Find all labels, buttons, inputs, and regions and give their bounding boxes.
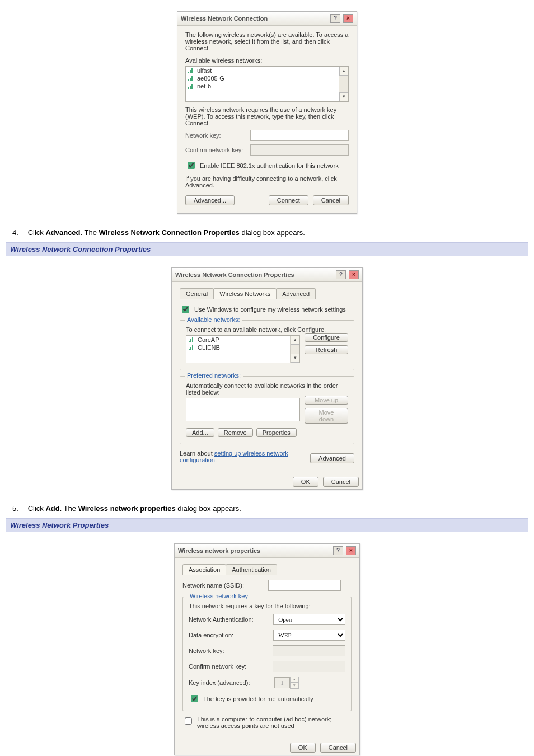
svg-rect-1 (190, 70, 191, 73)
svg-rect-4 (190, 78, 191, 81)
step-4: 4. Click Advanced. The Wireless Network … (6, 228, 528, 237)
help-icon[interactable]: ? (336, 270, 346, 279)
network-key-input[interactable] (250, 130, 349, 141)
key-auto-checkbox[interactable]: The key is provided for me automatically (189, 693, 345, 704)
scroll-down-icon[interactable]: ▾ (291, 354, 299, 363)
svg-rect-7 (190, 86, 191, 89)
svg-rect-0 (188, 72, 189, 73)
move-down-button[interactable]: Move down (305, 408, 348, 424)
available-networks-list[interactable]: CoreAP CLIENB ▴ ▾ (186, 335, 300, 363)
tab-wireless-networks[interactable]: Wireless Networks (213, 288, 277, 299)
tab-advanced[interactable]: Advanced (276, 288, 316, 299)
key-required-note: This network requires a key for the foll… (189, 603, 345, 609)
use-windows-checkbox[interactable]: Use Windows to configure my wireless net… (180, 304, 354, 314)
connect-button[interactable]: Connect (269, 195, 308, 205)
network-item[interactable]: CoreAP (186, 336, 299, 344)
svg-rect-5 (191, 76, 193, 81)
svg-rect-8 (191, 84, 193, 89)
help-icon[interactable]: ? (330, 14, 340, 23)
spinner-up-icon: ▴ (290, 677, 299, 683)
section-banner-wnp: Wireless Network Properties (6, 518, 528, 532)
svg-rect-11 (192, 337, 193, 342)
spinner-down-icon: ▾ (290, 683, 299, 689)
available-hint: To connect to an available network, clic… (186, 326, 348, 333)
available-networks-list[interactable]: uifast ae8005-G net-b ▴ ▾ (185, 66, 349, 102)
preferred-hint: Automatically connect to available netwo… (186, 382, 348, 396)
scroll-down-icon[interactable]: ▾ (339, 92, 348, 101)
help-icon[interactable]: ? (333, 546, 343, 555)
close-icon[interactable]: × (349, 270, 359, 279)
close-icon[interactable]: × (346, 546, 356, 555)
wireless-connection-dialog: Wireless Network Connection ? × The foll… (177, 11, 357, 214)
step-5: 5. Click Add. The Wireless network prope… (6, 504, 528, 513)
network-item[interactable]: net-b (186, 82, 348, 90)
network-item[interactable]: CLIENB (186, 344, 299, 351)
remove-button[interactable]: Remove (218, 428, 253, 437)
dlg2-tabs: General Wireless Networks Advanced (180, 288, 354, 299)
scroll-up-icon[interactable]: ▴ (291, 336, 299, 345)
svg-rect-9 (189, 341, 190, 342)
confirm-key-input (250, 144, 349, 156)
enable-8021x-checkbox[interactable]: Enable IEEE 802.1x authentication for th… (185, 160, 349, 171)
wncp-dialog: Wireless Network Connection Properties ?… (171, 267, 363, 490)
ok-button[interactable]: OK (290, 743, 316, 753)
ok-button[interactable]: OK (293, 477, 318, 487)
cancel-button[interactable]: Cancel (313, 195, 349, 205)
key-index-spinner: ▴ ▾ (274, 677, 299, 689)
network-key-input (273, 645, 345, 656)
wireless-network-key-group: Wireless network key This network requir… (182, 597, 352, 711)
svg-rect-3 (188, 79, 189, 81)
preferred-networks-list[interactable] (186, 398, 300, 421)
close-icon[interactable]: × (343, 14, 353, 23)
svg-rect-13 (190, 347, 191, 350)
cancel-button[interactable]: Cancel (320, 743, 356, 753)
available-networks-group: Available networks: To connect to an ava… (180, 320, 354, 370)
network-item[interactable]: uifast (186, 67, 348, 74)
svg-rect-12 (189, 349, 190, 350)
wep-note: This wireless network requires the use o… (185, 106, 349, 126)
dlg1-title: Wireless Network Connection (181, 15, 268, 22)
confirm-key-label: Confirm network key: (185, 147, 247, 153)
wireless-network-properties-dialog: Wireless network properties ? × Associat… (174, 543, 360, 755)
tab-authentication[interactable]: Authentication (226, 564, 277, 575)
adhoc-checkbox[interactable]: This is a computer-to-computer (ad hoc) … (182, 716, 352, 729)
svg-rect-6 (188, 87, 189, 89)
cancel-button[interactable]: Cancel (323, 477, 359, 487)
signal-icon (188, 76, 194, 81)
move-up-button[interactable]: Move up (305, 396, 348, 405)
tab-general[interactable]: General (180, 288, 214, 299)
properties-button[interactable]: Properties (256, 428, 297, 437)
dlg2-title: Wireless Network Connection Properties (175, 271, 294, 278)
ssid-label: Network name (SSID): (182, 582, 264, 589)
data-encryption-label: Data encryption: (189, 632, 269, 638)
signal-icon (189, 345, 194, 350)
network-item[interactable]: ae8005-G (186, 74, 348, 82)
advanced-button[interactable]: Advanced (310, 453, 354, 463)
signal-icon (189, 337, 194, 342)
configure-button[interactable]: Configure (305, 333, 348, 342)
confirm-key-input (273, 661, 345, 672)
svg-rect-2 (191, 68, 193, 73)
refresh-button[interactable]: Refresh (305, 345, 348, 354)
dlg1-intro: The following wireless network(s) are av… (185, 31, 349, 51)
svg-rect-14 (192, 345, 193, 350)
key-index-label: Key index (advanced): (189, 679, 270, 686)
data-encryption-select[interactable]: WEP (273, 630, 345, 641)
dlg3-title: Wireless network properties (178, 547, 260, 554)
dlg3-tabs: Association Authentication (182, 564, 352, 575)
tab-association[interactable]: Association (182, 564, 226, 575)
network-key-label: Network key: (189, 647, 268, 654)
confirm-key-label: Confirm network key: (189, 663, 268, 670)
network-key-label: Network key: (185, 132, 247, 139)
dlg2-titlebar: Wireless Network Connection Properties ?… (172, 268, 362, 282)
section-banner-wncp: Wireless Network Connection Properties (6, 242, 528, 256)
ssid-input[interactable] (268, 580, 341, 591)
add-button[interactable]: Add... (186, 428, 214, 437)
dlg3-titlebar: Wireless network properties ? × (175, 544, 359, 558)
network-auth-select[interactable]: Open (273, 614, 345, 625)
advanced-button[interactable]: Advanced... (185, 195, 235, 205)
preferred-networks-group: Preferred networks: Automatically connec… (180, 376, 354, 444)
dlg1-titlebar: Wireless Network Connection ? × (177, 12, 357, 26)
network-auth-label: Network Authentication: (189, 616, 269, 623)
scroll-up-icon[interactable]: ▴ (339, 67, 348, 76)
